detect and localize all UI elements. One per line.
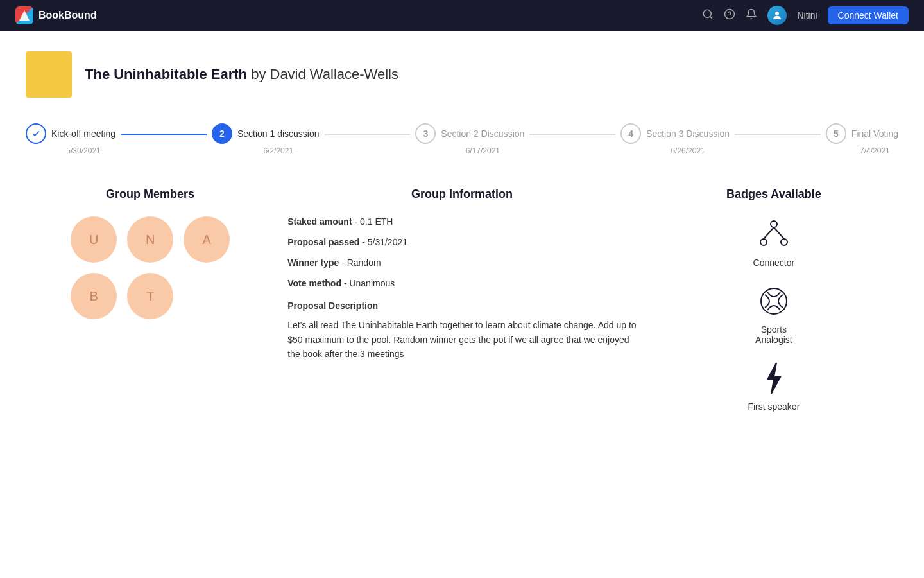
svg-point-6: [775, 12, 779, 15]
badges-list: Connector SportsAnalogist: [649, 216, 898, 412]
bell-icon[interactable]: [746, 8, 757, 23]
step-2-circle: 2: [212, 123, 232, 144]
step-5-label: Final Voting: [851, 128, 898, 139]
winner-type-value: - Random: [341, 258, 381, 268]
steps-container: Kick-off meeting 5/30/2021 2 Section 1 d…: [26, 123, 898, 155]
step-connector-4: [735, 134, 821, 135]
sports-label: SportsAnalogist: [755, 324, 792, 345]
group-info-section: Group Information Staked amount - 0.1 ET…: [287, 188, 637, 412]
svg-line-11: [774, 227, 784, 239]
vote-method-label: Vote method: [287, 278, 341, 288]
vote-method-row: Vote method - Unanimous: [287, 278, 637, 288]
badges-section: Badges Available Connector: [649, 188, 898, 412]
badge-first-speaker: First speaker: [748, 360, 800, 412]
group-members-section: Group Members U N A B T: [26, 188, 275, 412]
step-5-circle: 5: [826, 123, 846, 144]
step-4-label: Section 3 Discussion: [646, 128, 730, 139]
step-4-circle: 4: [620, 123, 641, 144]
badge-connector: Connector: [753, 216, 795, 268]
vote-method-value: - Unanimous: [344, 278, 395, 288]
winner-type-row: Winner type - Random: [287, 258, 637, 268]
member-u: U: [71, 216, 117, 263]
step-1-label: Kick-off meeting: [51, 128, 116, 139]
book-cover: [26, 51, 72, 98]
three-columns: Group Members U N A B T Group Informatio…: [26, 188, 898, 412]
help-icon[interactable]: [724, 8, 735, 23]
bookbound-logo: [15, 6, 33, 24]
svg-point-12: [761, 288, 787, 314]
book-title-author: by David Wallace-Wells: [247, 66, 398, 82]
svg-point-7: [771, 221, 777, 227]
step-3: 3 Section 2 Discussion 6/17/2021: [415, 123, 524, 155]
step-4: 4 Section 3 Discussion 6/26/2021: [620, 123, 730, 155]
svg-line-3: [710, 16, 712, 18]
app-title: BookBound: [38, 10, 97, 21]
svg-line-10: [764, 227, 774, 239]
username: Nitini: [797, 10, 817, 21]
step-4-header: 4 Section 3 Discussion: [620, 123, 730, 144]
step-2-date: 6/2/2021: [263, 146, 293, 155]
group-info-title: Group Information: [287, 188, 637, 201]
staked-amount-row: Staked amount - 0.1 ETH: [287, 216, 637, 227]
step-2-header: 2 Section 1 discussion: [212, 123, 320, 144]
winner-type-label: Winner type: [287, 258, 339, 268]
lightning-icon: [756, 360, 792, 396]
step-1-date: 5/30/2021: [66, 146, 100, 155]
step-1-circle: [26, 123, 46, 144]
step-2-label: Section 1 discussion: [237, 128, 320, 139]
step-5: 5 Final Voting 7/4/2021: [826, 123, 898, 155]
book-title: The Uninhabitable Earth by David Wallace…: [85, 66, 398, 83]
connect-wallet-button[interactable]: Connect Wallet: [828, 6, 909, 24]
main-content: The Uninhabitable Earth by David Wallace…: [0, 31, 924, 432]
group-info-content: Staked amount - 0.1 ETH Proposal passed …: [287, 216, 637, 362]
member-a: A: [184, 216, 230, 263]
navbar-left: BookBound: [15, 6, 97, 24]
member-t: T: [127, 273, 173, 319]
step-2: 2 Section 1 discussion 6/2/2021: [212, 123, 320, 155]
first-speaker-label: First speaker: [748, 401, 800, 412]
step-connector-1: [121, 134, 207, 135]
step-3-circle: 3: [415, 123, 436, 144]
badge-sports: SportsAnalogist: [755, 283, 792, 345]
book-header: The Uninhabitable Earth by David Wallace…: [26, 51, 898, 98]
step-4-date: 6/26/2021: [671, 146, 705, 155]
proposal-desc-text: Let's all read The Uninhabitable Earth t…: [287, 318, 637, 361]
sports-icon: [756, 283, 792, 319]
proposal-desc-label: Proposal Description: [287, 299, 637, 313]
step-5-header: 5 Final Voting: [826, 123, 898, 144]
navbar: BookBound Nitini Connect Wallet: [0, 0, 924, 31]
badges-title: Badges Available: [649, 188, 898, 201]
svg-point-9: [781, 239, 787, 245]
connector-label: Connector: [753, 258, 795, 268]
book-title-name: The Uninhabitable Earth: [85, 66, 247, 82]
staked-value: - 0.1 ETH: [354, 216, 393, 227]
svg-point-2: [704, 10, 712, 17]
search-icon[interactable]: [702, 8, 714, 23]
connector-icon: [756, 216, 792, 252]
svg-marker-13: [767, 363, 780, 394]
member-b: B: [71, 273, 117, 319]
proposal-description: Proposal Description Let's all read The …: [287, 299, 637, 362]
step-1: Kick-off meeting 5/30/2021: [26, 123, 116, 155]
group-members-title: Group Members: [26, 188, 275, 201]
svg-point-8: [760, 239, 767, 245]
step-1-header: Kick-off meeting: [26, 123, 116, 144]
step-connector-3: [529, 134, 615, 135]
user-avatar: [767, 6, 787, 25]
proposal-passed-label: Proposal passed: [287, 237, 359, 247]
step-connector-2: [325, 134, 411, 135]
members-grid: U N A B T: [26, 216, 275, 319]
step-5-date: 7/4/2021: [860, 146, 890, 155]
step-3-date: 6/17/2021: [466, 146, 500, 155]
proposal-passed-row: Proposal passed - 5/31/2021: [287, 237, 637, 247]
staked-label: Staked amount: [287, 216, 352, 227]
navbar-right: Nitini Connect Wallet: [702, 6, 909, 25]
proposal-passed-value: - 5/31/2021: [362, 237, 407, 247]
member-n: N: [127, 216, 173, 263]
step-3-header: 3 Section 2 Discussion: [415, 123, 524, 144]
step-3-label: Section 2 Discussion: [441, 128, 524, 139]
